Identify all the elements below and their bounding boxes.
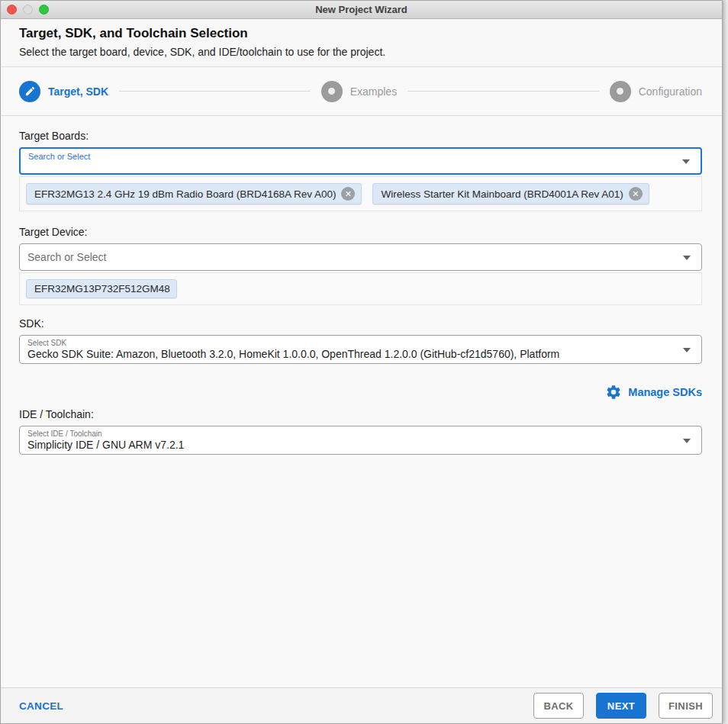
manage-sdks-label: Manage SDKs xyxy=(628,386,702,398)
wizard-header: Target, SDK, and Toolchain Selection Sel… xyxy=(1,19,722,67)
step-configuration[interactable]: Configuration xyxy=(610,81,702,102)
chevron-down-icon[interactable] xyxy=(683,348,691,352)
board-chip: EFR32MG13 2.4 GHz 19 dBm Radio Board (BR… xyxy=(26,183,362,204)
chevron-down-icon[interactable] xyxy=(683,256,691,260)
manage-sdks-button[interactable]: Manage SDKs xyxy=(19,384,702,401)
sdk-select-value: Gecko SDK Suite: Amazon, Bluetooth 3.2.0… xyxy=(27,348,671,360)
ide-select-value: Simplicity IDE / GNU ARM v7.2.1 xyxy=(27,439,671,451)
step-label: Configuration xyxy=(639,85,702,98)
dot-icon xyxy=(321,81,343,102)
zoom-window-icon[interactable] xyxy=(39,5,49,14)
chevron-down-icon[interactable] xyxy=(683,439,691,443)
back-button[interactable]: BACK xyxy=(533,693,584,719)
page-title: Target, SDK, and Toolchain Selection xyxy=(19,26,704,41)
wizard-footer: CANCEL BACK NEXT FINISH xyxy=(1,687,722,723)
target-device-placeholder: Search or Select xyxy=(27,251,107,263)
sdk-select-label: Select SDK xyxy=(27,339,66,347)
device-chip: EFR32MG13P732F512GM48 xyxy=(26,279,177,298)
minimize-window-icon xyxy=(23,5,33,14)
next-button[interactable]: NEXT xyxy=(596,693,646,719)
dot-icon xyxy=(610,81,631,102)
target-boards-label: Target Boards: xyxy=(19,130,702,142)
step-examples[interactable]: Examples xyxy=(321,81,397,102)
stepper-connector xyxy=(119,91,311,92)
target-boards-placeholder: Search or Select xyxy=(28,152,90,161)
remove-chip-icon[interactable]: ✕ xyxy=(341,187,355,201)
finish-button[interactable]: FINISH xyxy=(659,693,713,719)
step-label: Target, SDK xyxy=(48,85,108,98)
cancel-button[interactable]: CANCEL xyxy=(19,700,63,712)
wizard-content: Target Boards: Search or Select EFR32MG1… xyxy=(1,116,722,687)
target-boards-chipbar: EFR32MG13 2.4 GHz 19 dBm Radio Board (BR… xyxy=(19,176,702,211)
step-label: Examples xyxy=(350,85,397,98)
page-subtitle: Select the target board, device, SDK, an… xyxy=(19,46,704,58)
step-target-sdk[interactable]: Target, SDK xyxy=(19,81,108,102)
ide-toolchain-label: IDE / Toolchain: xyxy=(19,408,702,420)
chip-label: EFR32MG13P732F512GM48 xyxy=(34,283,170,294)
pencil-icon xyxy=(19,81,40,102)
target-device-label: Target Device: xyxy=(19,226,702,238)
sdk-select[interactable]: Select SDK Gecko SDK Suite: Amazon, Blue… xyxy=(19,335,702,364)
board-chip: Wireless Starter Kit Mainboard (BRD4001A… xyxy=(372,183,649,204)
ide-toolchain-select[interactable]: Select IDE / Toolchain Simplicity IDE / … xyxy=(19,426,702,455)
window-title: New Project Wizard xyxy=(1,4,722,15)
target-boards-combobox[interactable]: Search or Select xyxy=(19,147,702,175)
target-device-chipbar: EFR32MG13P732F512GM48 xyxy=(19,272,702,305)
stepper-connector xyxy=(407,91,599,92)
new-project-wizard-window: New Project Wizard Target, SDK, and Tool… xyxy=(0,0,723,724)
remove-chip-icon[interactable]: ✕ xyxy=(629,187,643,201)
sdk-label: SDK: xyxy=(19,317,702,330)
chip-label: Wireless Starter Kit Mainboard (BRD4001A… xyxy=(381,188,623,200)
titlebar: New Project Wizard xyxy=(1,1,722,19)
gear-icon xyxy=(605,384,622,401)
close-window-icon[interactable] xyxy=(7,5,17,14)
wizard-stepper: Target, SDK Examples Configuration xyxy=(1,67,722,116)
target-device-combobox[interactable]: Search or Select xyxy=(19,243,702,271)
chip-label: EFR32MG13 2.4 GHz 19 dBm Radio Board (BR… xyxy=(34,188,336,200)
chevron-down-icon[interactable] xyxy=(682,159,690,164)
ide-select-label: Select IDE / Toolchain xyxy=(27,430,102,438)
